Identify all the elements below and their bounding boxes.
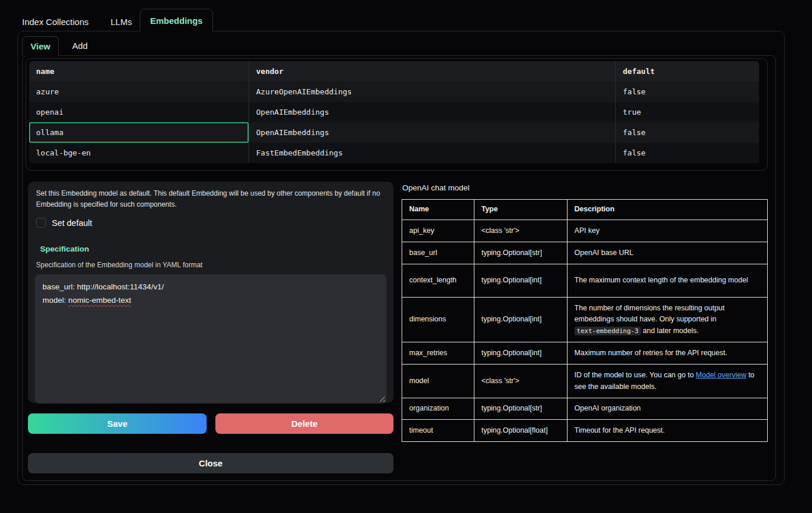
table-row-ollama-selected[interactable]: ollama OpenAIEmbeddings false [29,122,759,143]
cell-name[interactable]: azure [29,82,249,102]
cell-default[interactable]: false [616,122,759,143]
cell-name-selected[interactable]: ollama [29,122,249,143]
embeddings-table-header: name vendor default [29,61,759,82]
tab-index-collections[interactable]: Index Collections [22,17,88,27]
param-name: timeout [402,420,474,442]
param-row-max-retries: max_retries typing.Optional[int] Maximum… [402,342,768,365]
desc-text: The number of dimensions the resulting o… [575,304,725,323]
cell-vendor[interactable]: AzureOpenAIEmbeddings [249,82,616,102]
model-docs-title: OpenAI chat model [402,183,470,192]
param-type: typing.Optional[str] [474,398,567,420]
param-desc: OpenAI organization [567,398,767,420]
param-row-api-key: api_key <class 'str'> API key [402,220,768,242]
param-name: dimensions [402,298,474,342]
param-desc: OpenAI base URL [567,242,767,264]
specification-helper-text: Specification of the Embedding model in … [36,261,385,269]
cell-default[interactable]: false [616,82,759,102]
params-header-row: Name Type Description [402,200,768,220]
tab-embeddings[interactable]: Embeddings [140,9,213,31]
set-default-checkbox[interactable] [36,218,46,228]
table-row-openai[interactable]: openai OpenAIEmbeddings true [29,102,759,122]
col-header-name: name [29,61,249,82]
param-type: typing.Optional[str] [474,242,567,264]
cell-vendor[interactable]: OpenAIEmbeddings [249,122,616,143]
param-name: max_retries [402,342,474,365]
param-type: <class 'str'> [474,365,567,398]
param-col-type: Type [474,200,567,220]
param-desc: ID of the model to use. You can go to Mo… [567,365,767,398]
cell-vendor[interactable]: OpenAIEmbeddings [249,102,616,122]
yaml-line-2: model: nomic-embed-text [42,294,379,307]
param-name: api_key [402,220,474,242]
yaml-line-2-key: model: [42,296,68,305]
close-button-label: Close [199,458,223,468]
param-desc: The maximum context length of the embedd… [567,264,767,298]
yaml-line-1: base_url: http://localhost:11434/v1/ [42,281,379,294]
param-desc: The number of dimensions the resulting o… [567,298,767,342]
param-type: <class 'str'> [474,220,567,242]
save-button[interactable]: Save [28,413,207,434]
col-header-default: default [616,61,759,82]
set-default-label: Set default [52,218,92,228]
param-desc: Timeout for the API request. [567,420,767,442]
textarea-resize-handle[interactable] [379,396,385,402]
specification-heading: Specification [40,245,385,253]
model-params-table: Name Type Description api_key <class 'st… [402,199,768,442]
cell-name[interactable]: openai [29,102,249,122]
param-type: typing.Optional[int] [474,342,567,365]
subtab-view[interactable]: View [22,36,59,56]
delete-button[interactable]: Delete [215,413,393,434]
param-row-dimensions: dimensions typing.Optional[int] The numb… [402,298,768,342]
param-type: typing.Optional[int] [474,264,567,298]
close-button[interactable]: Close [28,453,393,473]
subtab-view-label: View [31,41,51,51]
table-row-local-bge-en[interactable]: local-bge-en FastEmbedEmbeddings false [29,143,759,163]
table-row-azure[interactable]: azure AzureOpenAIEmbeddings false [29,82,759,102]
desc-text: ID of the model to use. You can go to [575,371,696,379]
param-type: typing.Optional[float] [474,420,567,442]
model-overview-link[interactable]: Model overview [696,371,746,379]
tab-embeddings-label: Embeddings [150,16,203,26]
embeddings-table: name vendor default azure AzureOpenAIEmb… [29,61,759,163]
yaml-line-2-value: nomic-embed-text [68,296,131,305]
col-header-vendor: vendor [249,61,616,82]
param-col-name: Name [402,200,474,220]
set-default-row: Set default [36,218,385,228]
cell-name[interactable]: local-bge-en [29,143,249,163]
param-type: typing.Optional[int] [474,298,567,342]
desc-text: and later models. [641,327,698,335]
subtab-add[interactable]: Add [69,36,91,55]
param-name: model [402,365,474,398]
inline-code-text-embedding-3: text-embedding-3 [575,327,641,335]
subtab-add-label: Add [72,41,88,51]
param-name: organization [402,398,474,420]
param-name: context_length [402,264,474,298]
delete-button-label: Delete [291,419,317,429]
set-default-description: Set this Embedding model as default. Thi… [36,188,385,210]
param-row-timeout: timeout typing.Optional[float] Timeout f… [402,420,768,442]
embedding-detail-card: Set this Embedding model as default. Thi… [28,182,393,403]
param-row-context-length: context_length typing.Optional[int] The … [402,264,768,298]
param-row-organization: organization typing.Optional[str] OpenAI… [402,398,768,420]
param-desc: Maximum number of retries for the API re… [567,342,767,365]
cell-vendor[interactable]: FastEmbedEmbeddings [249,143,616,163]
param-col-description: Description [567,200,767,220]
cell-default[interactable]: false [616,143,759,163]
save-button-label: Save [107,419,127,429]
tab-llms[interactable]: LLMs [111,17,132,27]
spec-yaml-editor[interactable]: base_url: http://localhost:11434/v1/ mod… [35,274,387,404]
param-name: base_url [402,242,474,264]
param-desc: API key [567,220,767,242]
cell-default[interactable]: true [616,102,759,122]
param-row-model: model <class 'str'> ID of the model to u… [402,365,768,398]
param-row-base-url: base_url typing.Optional[str] OpenAI bas… [402,242,768,264]
